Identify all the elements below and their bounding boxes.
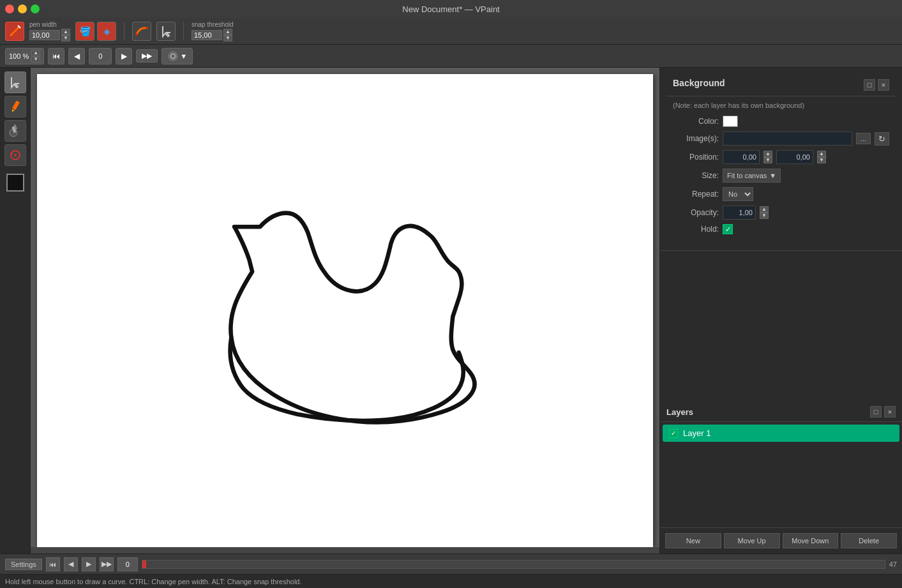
background-panel-actions: □ × (864, 79, 889, 91)
timeline-playhead (142, 561, 146, 568)
frame-count: 47 (889, 561, 897, 568)
paint-tool-btn[interactable] (4, 120, 26, 142)
layer-item[interactable]: ✓ Layer 1 (663, 425, 899, 442)
pencil-tool-btn[interactable] (4, 96, 26, 117)
settings-button[interactable]: Settings (5, 559, 42, 570)
background-panel-titlebar: Background □ × (666, 74, 896, 96)
move-up-button[interactable]: Move Up (724, 533, 780, 548)
onion-skin-btn[interactable]: ▼ (162, 48, 193, 64)
selection-tool[interactable] (156, 22, 176, 41)
pos-x-down[interactable]: ▼ (763, 157, 772, 163)
browse-button[interactable]: ... (856, 133, 871, 144)
position-x-input[interactable] (723, 150, 760, 164)
repeat-row: Repeat: No Yes (673, 187, 889, 201)
repeat-label: Repeat: (673, 190, 719, 199)
opacity-down[interactable]: ▼ (760, 213, 769, 219)
maximize-button[interactable] (31, 4, 40, 13)
curve-tool[interactable] (132, 22, 151, 41)
bg-panel-undock[interactable]: □ (864, 79, 875, 91)
hold-checkbox[interactable]: ✓ (723, 224, 733, 234)
arrow-tool-btn[interactable] (4, 72, 26, 93)
secondary-toolbar: 100 % ▲ ▼ ⏮ ◀ ▶ ▶▶ ▼ (0, 45, 902, 68)
toolbar-separator-2 (183, 22, 184, 40)
svg-point-3 (135, 33, 138, 36)
pen-width-input[interactable]: 10,00 (29, 30, 60, 40)
layers-close[interactable]: × (884, 406, 896, 418)
timeline-track[interactable] (142, 560, 885, 569)
pen-width-up[interactable]: ▲ (61, 29, 70, 35)
pen-width-down[interactable]: ▼ (61, 35, 70, 41)
position-label: Position: (673, 153, 719, 162)
tl-next-btn[interactable]: ▶▶ (100, 557, 114, 571)
tl-play-btn[interactable]: ▶ (82, 557, 96, 571)
snap-threshold-input[interactable]: 15,00 (192, 30, 222, 40)
pos-y-up[interactable]: ▲ (817, 151, 826, 157)
toolbar-separator-1 (124, 22, 124, 40)
snap-threshold-group: snap threshold 15,00 ▲ ▼ (192, 21, 234, 41)
timeline-frame-input[interactable] (117, 557, 138, 571)
canvas-container[interactable] (37, 74, 653, 547)
bottom-timeline-bar: Settings ⏮ ◀ ▶ ▶▶ 47 (0, 554, 902, 574)
next-frame-btn[interactable]: ▶ (116, 48, 132, 64)
color-swatch[interactable] (723, 116, 738, 127)
new-layer-button[interactable]: New (665, 533, 721, 548)
layers-panel-actions: □ × (870, 406, 896, 418)
eraser-tool[interactable]: ◈ (97, 22, 116, 41)
color-row: Color: (673, 116, 889, 127)
opacity-input[interactable] (723, 206, 756, 220)
pos-y-down[interactable]: ▼ (817, 157, 826, 163)
snap-up[interactable]: ▲ (223, 29, 232, 35)
tl-first-btn[interactable]: ⏮ (46, 557, 60, 571)
main-area: Background □ × (Note: each layer has its… (0, 68, 902, 554)
right-panel: Background □ × (Note: each layer has its… (659, 68, 902, 554)
images-input[interactable] (723, 132, 852, 146)
zoom-down[interactable]: ▼ (31, 56, 40, 63)
layers-list: ✓ Layer 1 (660, 422, 902, 527)
drawing-canvas (37, 74, 653, 547)
size-row: Size: Fit to canvas ▼ (673, 169, 889, 183)
svg-rect-8 (11, 100, 19, 110)
svg-point-4 (146, 27, 148, 29)
tl-prev-btn[interactable]: ◀ (64, 557, 78, 571)
zoom-up[interactable]: ▲ (31, 50, 40, 56)
titlebar: New Document* — VPaint (0, 0, 902, 18)
opacity-row: Opacity: ▲ ▼ (673, 206, 889, 220)
pen-tool-icon[interactable] (5, 22, 24, 41)
bg-panel-close[interactable]: × (878, 79, 889, 91)
snap-down[interactable]: ▼ (223, 35, 232, 41)
play-forward-btn[interactable]: ▶▶ (136, 49, 158, 63)
pos-x-up[interactable]: ▲ (763, 151, 772, 157)
canvas-area[interactable] (31, 68, 659, 554)
size-chevron-icon: ▼ (769, 172, 776, 179)
window-title: New Document* — VPaint (402, 4, 499, 14)
background-section: Background □ × (Note: each layer has its… (660, 68, 902, 251)
svg-point-14 (14, 154, 17, 156)
images-row: Image(s): ... ↻ (673, 132, 889, 146)
move-down-button[interactable]: Move Down (783, 533, 839, 548)
layer-visibility-checkbox[interactable]: ✓ (669, 429, 678, 438)
paint-bucket-tool[interactable]: 🪣 (75, 22, 94, 41)
refresh-button[interactable]: ↻ (875, 132, 889, 146)
repeat-select[interactable]: No Yes (723, 187, 753, 201)
color-box[interactable] (6, 174, 24, 192)
snap-threshold-label: snap threshold (192, 21, 234, 29)
size-label: Size: (673, 171, 719, 180)
layers-title: Layers (666, 407, 693, 417)
layers-undock[interactable]: □ (870, 406, 882, 418)
position-row: Position: ▲ ▼ ▲ ▼ (673, 150, 889, 164)
position-y-input[interactable] (776, 150, 813, 164)
canvas-scrollbar[interactable] (31, 547, 659, 554)
minimize-button[interactable] (18, 4, 27, 13)
background-note: (Note: each layer has its own background… (673, 102, 889, 109)
goto-first-frame-btn[interactable]: ⏮ (48, 48, 64, 64)
delete-layer-button[interactable]: Delete (841, 533, 897, 548)
sculpt-tool-btn[interactable] (4, 144, 26, 166)
size-dropdown[interactable]: Fit to canvas ▼ (723, 169, 781, 183)
hold-row: Hold: ✓ (673, 224, 889, 234)
prev-frame-btn[interactable]: ◀ (68, 48, 85, 64)
close-button[interactable] (5, 4, 14, 13)
opacity-label: Opacity: (673, 208, 719, 217)
opacity-up[interactable]: ▲ (760, 206, 769, 213)
frame-input[interactable] (89, 48, 112, 64)
zoom-control[interactable]: 100 % ▲ ▼ (5, 48, 44, 64)
